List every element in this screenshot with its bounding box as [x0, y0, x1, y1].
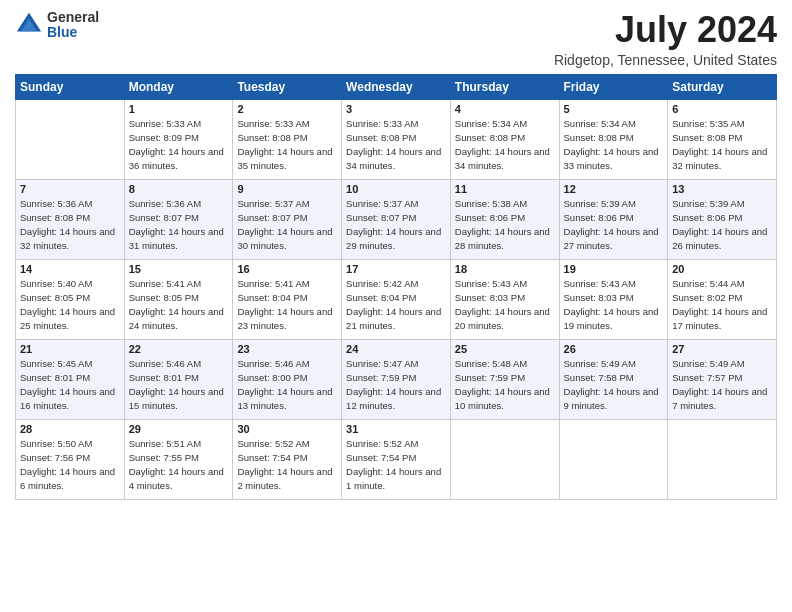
sunset-text: Sunset: 8:01 PM [129, 371, 229, 385]
month-title: July 2024 [554, 10, 777, 50]
calendar-week-row: 14Sunrise: 5:40 AMSunset: 8:05 PMDayligh… [16, 259, 777, 339]
calendar-cell: 31Sunrise: 5:52 AMSunset: 7:54 PMDayligh… [342, 419, 451, 499]
day-number: 27 [672, 343, 772, 355]
sunset-text: Sunset: 8:08 PM [564, 131, 664, 145]
calendar-week-row: 28Sunrise: 5:50 AMSunset: 7:56 PMDayligh… [16, 419, 777, 499]
weekday-header-saturday: Saturday [668, 74, 777, 99]
day-number: 1 [129, 103, 229, 115]
logo: General Blue [15, 10, 99, 41]
calendar-cell: 4Sunrise: 5:34 AMSunset: 8:08 PMDaylight… [450, 99, 559, 179]
day-info: Sunrise: 5:48 AMSunset: 7:59 PMDaylight:… [455, 357, 555, 414]
sunrise-text: Sunrise: 5:39 AM [672, 197, 772, 211]
sunrise-text: Sunrise: 5:43 AM [455, 277, 555, 291]
calendar-cell: 16Sunrise: 5:41 AMSunset: 8:04 PMDayligh… [233, 259, 342, 339]
day-info: Sunrise: 5:45 AMSunset: 8:01 PMDaylight:… [20, 357, 120, 414]
day-info: Sunrise: 5:36 AMSunset: 8:07 PMDaylight:… [129, 197, 229, 254]
day-number: 15 [129, 263, 229, 275]
calendar-cell [668, 419, 777, 499]
day-info: Sunrise: 5:46 AMSunset: 8:01 PMDaylight:… [129, 357, 229, 414]
logo-text: General Blue [47, 10, 99, 41]
sunrise-text: Sunrise: 5:52 AM [346, 437, 446, 451]
daylight-text: Daylight: 14 hours and 34 minutes. [455, 145, 555, 174]
daylight-text: Daylight: 14 hours and 2 minutes. [237, 465, 337, 494]
sunset-text: Sunset: 7:54 PM [346, 451, 446, 465]
day-number: 6 [672, 103, 772, 115]
sunrise-text: Sunrise: 5:38 AM [455, 197, 555, 211]
sunset-text: Sunset: 7:58 PM [564, 371, 664, 385]
daylight-text: Daylight: 14 hours and 21 minutes. [346, 305, 446, 334]
calendar-cell: 29Sunrise: 5:51 AMSunset: 7:55 PMDayligh… [124, 419, 233, 499]
weekday-header-monday: Monday [124, 74, 233, 99]
daylight-text: Daylight: 14 hours and 12 minutes. [346, 385, 446, 414]
sunrise-text: Sunrise: 5:37 AM [237, 197, 337, 211]
logo-blue-text: Blue [47, 25, 99, 40]
weekday-header-tuesday: Tuesday [233, 74, 342, 99]
calendar-cell: 12Sunrise: 5:39 AMSunset: 8:06 PMDayligh… [559, 179, 668, 259]
sunrise-text: Sunrise: 5:42 AM [346, 277, 446, 291]
day-info: Sunrise: 5:33 AMSunset: 8:08 PMDaylight:… [237, 117, 337, 174]
daylight-text: Daylight: 14 hours and 9 minutes. [564, 385, 664, 414]
page-container: General Blue July 2024 Ridgetop, Tenness… [0, 0, 792, 510]
day-info: Sunrise: 5:41 AMSunset: 8:04 PMDaylight:… [237, 277, 337, 334]
day-number: 26 [564, 343, 664, 355]
calendar-cell: 22Sunrise: 5:46 AMSunset: 8:01 PMDayligh… [124, 339, 233, 419]
title-block: July 2024 Ridgetop, Tennessee, United St… [554, 10, 777, 68]
sunrise-text: Sunrise: 5:36 AM [129, 197, 229, 211]
sunrise-text: Sunrise: 5:43 AM [564, 277, 664, 291]
sunrise-text: Sunrise: 5:41 AM [129, 277, 229, 291]
daylight-text: Daylight: 14 hours and 26 minutes. [672, 225, 772, 254]
daylight-text: Daylight: 14 hours and 10 minutes. [455, 385, 555, 414]
calendar-cell: 6Sunrise: 5:35 AMSunset: 8:08 PMDaylight… [668, 99, 777, 179]
sunset-text: Sunset: 7:59 PM [455, 371, 555, 385]
calendar-cell: 21Sunrise: 5:45 AMSunset: 8:01 PMDayligh… [16, 339, 125, 419]
day-info: Sunrise: 5:47 AMSunset: 7:59 PMDaylight:… [346, 357, 446, 414]
sunrise-text: Sunrise: 5:46 AM [237, 357, 337, 371]
day-number: 22 [129, 343, 229, 355]
daylight-text: Daylight: 14 hours and 16 minutes. [20, 385, 120, 414]
daylight-text: Daylight: 14 hours and 29 minutes. [346, 225, 446, 254]
calendar-cell: 23Sunrise: 5:46 AMSunset: 8:00 PMDayligh… [233, 339, 342, 419]
day-info: Sunrise: 5:33 AMSunset: 8:09 PMDaylight:… [129, 117, 229, 174]
day-number: 9 [237, 183, 337, 195]
calendar-cell: 8Sunrise: 5:36 AMSunset: 8:07 PMDaylight… [124, 179, 233, 259]
day-info: Sunrise: 5:52 AMSunset: 7:54 PMDaylight:… [237, 437, 337, 494]
day-info: Sunrise: 5:35 AMSunset: 8:08 PMDaylight:… [672, 117, 772, 174]
day-info: Sunrise: 5:33 AMSunset: 8:08 PMDaylight:… [346, 117, 446, 174]
weekday-header-wednesday: Wednesday [342, 74, 451, 99]
day-number: 18 [455, 263, 555, 275]
day-info: Sunrise: 5:40 AMSunset: 8:05 PMDaylight:… [20, 277, 120, 334]
day-info: Sunrise: 5:34 AMSunset: 8:08 PMDaylight:… [455, 117, 555, 174]
sunset-text: Sunset: 8:06 PM [455, 211, 555, 225]
daylight-text: Daylight: 14 hours and 19 minutes. [564, 305, 664, 334]
calendar-cell [450, 419, 559, 499]
daylight-text: Daylight: 14 hours and 32 minutes. [672, 145, 772, 174]
day-number: 7 [20, 183, 120, 195]
day-info: Sunrise: 5:50 AMSunset: 7:56 PMDaylight:… [20, 437, 120, 494]
calendar-cell [559, 419, 668, 499]
day-number: 28 [20, 423, 120, 435]
sunset-text: Sunset: 8:01 PM [20, 371, 120, 385]
sunrise-text: Sunrise: 5:44 AM [672, 277, 772, 291]
calendar-cell: 28Sunrise: 5:50 AMSunset: 7:56 PMDayligh… [16, 419, 125, 499]
daylight-text: Daylight: 14 hours and 13 minutes. [237, 385, 337, 414]
day-info: Sunrise: 5:41 AMSunset: 8:05 PMDaylight:… [129, 277, 229, 334]
sunrise-text: Sunrise: 5:50 AM [20, 437, 120, 451]
day-number: 23 [237, 343, 337, 355]
sunset-text: Sunset: 8:05 PM [129, 291, 229, 305]
sunrise-text: Sunrise: 5:49 AM [672, 357, 772, 371]
weekday-header-friday: Friday [559, 74, 668, 99]
daylight-text: Daylight: 14 hours and 7 minutes. [672, 385, 772, 414]
sunset-text: Sunset: 8:08 PM [455, 131, 555, 145]
sunset-text: Sunset: 8:03 PM [455, 291, 555, 305]
daylight-text: Daylight: 14 hours and 23 minutes. [237, 305, 337, 334]
calendar-cell [16, 99, 125, 179]
weekday-header-thursday: Thursday [450, 74, 559, 99]
daylight-text: Daylight: 14 hours and 35 minutes. [237, 145, 337, 174]
calendar-cell: 9Sunrise: 5:37 AMSunset: 8:07 PMDaylight… [233, 179, 342, 259]
sunset-text: Sunset: 7:54 PM [237, 451, 337, 465]
day-number: 17 [346, 263, 446, 275]
daylight-text: Daylight: 14 hours and 30 minutes. [237, 225, 337, 254]
sunrise-text: Sunrise: 5:39 AM [564, 197, 664, 211]
daylight-text: Daylight: 14 hours and 25 minutes. [20, 305, 120, 334]
calendar-cell: 27Sunrise: 5:49 AMSunset: 7:57 PMDayligh… [668, 339, 777, 419]
